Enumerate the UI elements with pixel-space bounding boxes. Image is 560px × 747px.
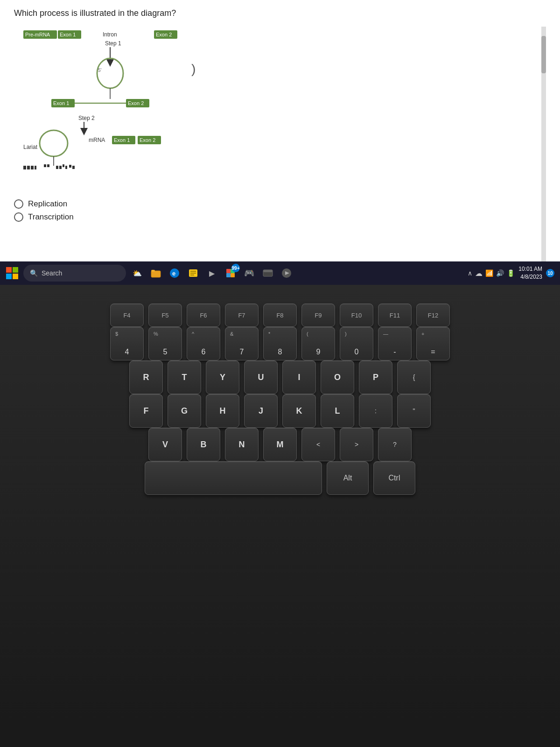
- taskbar-game-icon[interactable]: 🎮: [241, 265, 258, 282]
- key-0[interactable]: ) 0: [340, 327, 373, 360]
- clock-time: 10:01 AM: [518, 265, 542, 273]
- taskbar: 🔍 Search ⛅ e: [0, 261, 560, 285]
- svg-rect-52: [226, 269, 231, 273]
- key-equals[interactable]: + =: [416, 327, 450, 360]
- key-f8[interactable]: F8: [263, 303, 297, 327]
- key-8[interactable]: * 8: [263, 327, 297, 360]
- diagram-svg: Pre-mRNA Exon 1 Intron Exon 2 Step 1 5': [14, 27, 294, 185]
- key-h[interactable]: H: [206, 394, 239, 428]
- key-t[interactable]: T: [168, 360, 201, 394]
- key-n[interactable]: N: [225, 428, 259, 461]
- radio-transcription[interactable]: [14, 212, 23, 222]
- key-f5-label: F5: [161, 312, 168, 319]
- key-comma[interactable]: <: [301, 428, 335, 461]
- keyboard-area: F4 F5 F6 F7 F8 F9 F10 F11 F12 $ 4 % 5 ^ …: [0, 285, 560, 724]
- key-j[interactable]: J: [244, 394, 278, 428]
- scrollbar[interactable]: [541, 27, 546, 285]
- answer-options: Replication Transcription: [14, 199, 546, 222]
- clock-area[interactable]: 10:01 AM 4/8/2023: [518, 265, 542, 281]
- wifi-icon[interactable]: 📶: [485, 269, 493, 277]
- taskbar-weather-icon[interactable]: ⛅: [129, 265, 146, 282]
- key-lbrace[interactable]: {: [397, 360, 431, 394]
- taskbar-explorer-icon[interactable]: [147, 265, 164, 282]
- svg-text:e: e: [172, 270, 175, 277]
- svg-rect-25: [35, 166, 36, 169]
- key-l[interactable]: L: [321, 394, 354, 428]
- key-minus[interactable]: — -: [378, 327, 412, 360]
- key-f5[interactable]: F5: [148, 303, 182, 327]
- key-f10[interactable]: F10: [340, 303, 373, 327]
- svg-text:Exon 1: Exon 1: [60, 32, 76, 37]
- key-f4-label: F4: [123, 312, 130, 319]
- start-button[interactable]: [4, 265, 21, 282]
- key-u[interactable]: U: [244, 360, 278, 394]
- search-bar[interactable]: 🔍 Search: [23, 265, 126, 282]
- svg-text:mRNA: mRNA: [89, 137, 105, 143]
- key-4[interactable]: $ 4: [110, 327, 144, 360]
- key-7[interactable]: & 7: [225, 327, 259, 360]
- key-space[interactable]: [145, 461, 322, 495]
- taskbar-play-icon[interactable]: [278, 265, 295, 282]
- chevron-up-icon[interactable]: ∧: [468, 269, 472, 277]
- answer-label-transcription: Transcription: [28, 212, 74, 222]
- battery-icon[interactable]: 🔋: [507, 269, 515, 277]
- key-f6[interactable]: F6: [187, 303, 220, 327]
- key-ctrl[interactable]: Ctrl: [373, 461, 415, 495]
- key-i[interactable]: I: [282, 360, 316, 394]
- notifications-count[interactable]: 10: [546, 269, 554, 277]
- key-f[interactable]: F: [129, 394, 163, 428]
- svg-rect-55: [231, 273, 235, 277]
- scrollbar-thumb[interactable]: [541, 36, 546, 73]
- key-semicolon[interactable]: :: [359, 394, 392, 428]
- key-slash[interactable]: ?: [378, 428, 412, 461]
- svg-text:Exon 2: Exon 2: [140, 137, 155, 143]
- key-f11[interactable]: F11: [378, 303, 412, 327]
- key-k[interactable]: K: [282, 394, 316, 428]
- key-f12[interactable]: F12: [416, 303, 450, 327]
- key-y[interactable]: Y: [206, 360, 239, 394]
- key-6[interactable]: ^ 6: [187, 327, 220, 360]
- svg-rect-26: [44, 164, 46, 167]
- svg-rect-49: [190, 271, 196, 272]
- taskbar-notification-badge[interactable]: 99+: [222, 265, 239, 282]
- clock-date: 4/8/2023: [520, 273, 542, 281]
- key-period[interactable]: >: [340, 428, 373, 461]
- key-o[interactable]: O: [321, 360, 354, 394]
- answer-option-transcription[interactable]: Transcription: [14, 212, 546, 222]
- svg-rect-41: [13, 267, 18, 273]
- key-5[interactable]: % 5: [148, 327, 182, 360]
- taskbar-calendar-icon[interactable]: [259, 265, 276, 282]
- cloud-icon[interactable]: ☁: [475, 269, 483, 278]
- svg-rect-23: [27, 166, 30, 169]
- screen: Which process is illustrated in the diag…: [0, 0, 560, 285]
- svg-text:Step 2: Step 2: [78, 115, 95, 121]
- key-f9[interactable]: F9: [301, 303, 335, 327]
- radio-replication[interactable]: [14, 199, 23, 209]
- taskbar-files-icon[interactable]: [185, 265, 202, 282]
- taskbar-media-icon[interactable]: ▶: [203, 265, 220, 282]
- key-v[interactable]: V: [148, 428, 182, 461]
- key-9[interactable]: ( 9: [301, 327, 335, 360]
- key-p[interactable]: P: [359, 360, 392, 394]
- key-ctrl-label: Ctrl: [389, 474, 400, 482]
- svg-text:Exon 2: Exon 2: [128, 100, 144, 106]
- key-f4[interactable]: F4: [110, 303, 144, 327]
- key-b[interactable]: B: [187, 428, 220, 461]
- key-r[interactable]: R: [129, 360, 163, 394]
- key-alt[interactable]: Alt: [327, 461, 369, 495]
- taskbar-edge-icon[interactable]: e: [166, 265, 183, 282]
- svg-rect-57: [263, 270, 273, 272]
- svg-rect-32: [69, 165, 71, 168]
- volume-icon[interactable]: 🔊: [496, 269, 504, 277]
- key-m[interactable]: M: [263, 428, 297, 461]
- svg-text:Step 1: Step 1: [105, 40, 121, 47]
- key-g[interactable]: G: [168, 394, 201, 428]
- answer-option-replication[interactable]: Replication: [14, 199, 546, 209]
- key-f7[interactable]: F7: [225, 303, 259, 327]
- quiz-content: Which process is illustrated in the diag…: [0, 0, 560, 261]
- key-f11-label: F11: [390, 312, 400, 319]
- key-quote[interactable]: ": [397, 394, 431, 428]
- svg-rect-29: [59, 166, 62, 169]
- svg-text:Pre-mRNA: Pre-mRNA: [25, 32, 50, 37]
- svg-rect-27: [47, 164, 49, 167]
